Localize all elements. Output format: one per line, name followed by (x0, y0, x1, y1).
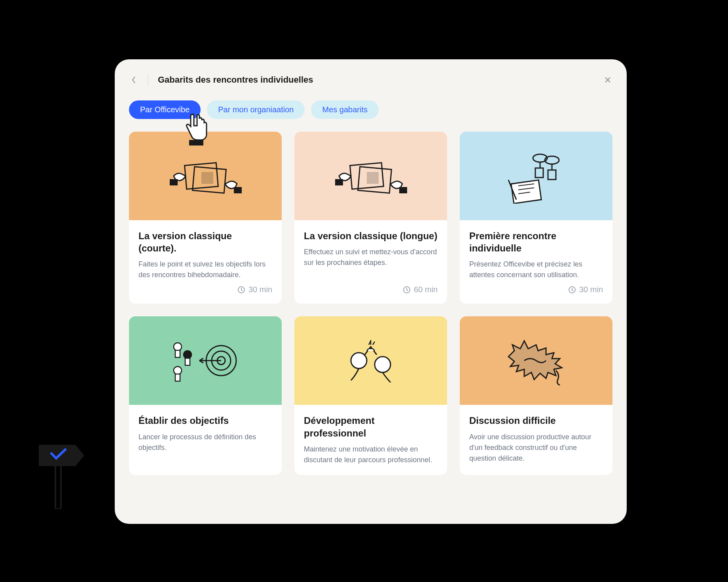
card-title: Discussion difficile (469, 414, 603, 427)
duration-text: 30 min (579, 285, 603, 294)
card-duration: 60 min (304, 285, 438, 294)
svg-point-33 (351, 353, 367, 368)
card-title: Développement professionnel (304, 414, 438, 439)
card-description: Avoir une discussion productive autour d… (469, 432, 603, 465)
close-button[interactable] (603, 75, 612, 85)
svg-rect-17 (511, 180, 541, 203)
svg-rect-26 (185, 358, 190, 365)
card-duration: 30 min (138, 285, 272, 294)
template-card[interactable]: Développement professionnel Maintenez un… (294, 316, 447, 474)
card-body: Établir des objectifs Lancer le processu… (129, 405, 282, 474)
svg-rect-28 (175, 374, 180, 381)
high-five-icon (331, 333, 410, 388)
svg-rect-11 (399, 187, 407, 193)
svg-rect-24 (175, 350, 180, 357)
filter-tabs: Par Officevibe Par mon organiaation Mes … (129, 100, 612, 119)
svg-rect-3 (201, 172, 213, 184)
target-people-icon (166, 333, 245, 388)
svg-rect-35 (55, 465, 61, 509)
card-description: Faites le point et suivez les objectifs … (138, 259, 272, 280)
modal-title: Gabarits des rencontres individuelles (158, 75, 593, 85)
svg-rect-5 (234, 187, 242, 193)
chevron-left-icon (131, 75, 136, 85)
svg-point-23 (174, 343, 182, 351)
signpost-icon (32, 438, 91, 509)
card-illustration (129, 132, 282, 220)
hands-papers-icon (166, 148, 245, 204)
tab-organization[interactable]: Par mon organiaation (207, 100, 305, 119)
speech-burst-icon (497, 333, 576, 388)
clock-icon (237, 286, 245, 294)
header-divider (148, 74, 148, 86)
card-title: La version classique (courte). (138, 230, 272, 254)
template-card[interactable]: La version classique (courte). Faites le… (129, 132, 282, 304)
clock-icon (403, 286, 411, 294)
card-illustration (460, 132, 612, 220)
card-illustration (129, 316, 282, 405)
svg-point-34 (375, 357, 391, 372)
modal-header: Gabarits des rencontres individuelles (129, 74, 612, 86)
tab-officevibe[interactable]: Par Officevibe (129, 100, 201, 119)
card-title: La version classique (longue) (304, 230, 438, 242)
card-title: Première rencontre individuelle (469, 230, 603, 254)
duration-text: 60 min (414, 285, 438, 294)
close-icon (604, 76, 612, 84)
templates-modal: Gabarits des rencontres individuelles Pa… (115, 59, 627, 524)
card-description: Présentez Officevibe et précisez les att… (469, 259, 603, 280)
template-card[interactable]: Établir des objectifs Lancer le processu… (129, 316, 282, 474)
svg-point-27 (174, 367, 182, 374)
card-title: Établir des objectifs (138, 414, 272, 427)
card-duration: 30 min (469, 285, 603, 294)
template-card[interactable]: Discussion difficile Avoir une discussio… (460, 316, 612, 474)
card-body: La version classique (longue) Effectuez … (294, 220, 447, 304)
svg-rect-15 (535, 168, 543, 178)
svg-rect-16 (548, 170, 556, 180)
card-description: Maintenez une motivation élevée en discu… (304, 444, 438, 465)
svg-rect-4 (170, 179, 178, 185)
meeting-setup-icon (497, 148, 576, 204)
duration-text: 30 min (248, 285, 272, 294)
card-body: Développement professionnel Maintenez un… (294, 405, 447, 474)
svg-rect-9 (367, 172, 379, 184)
hands-papers-icon (331, 148, 410, 204)
cards-grid: La version classique (courte). Faites le… (129, 132, 612, 475)
clock-icon (568, 286, 576, 294)
tab-my-templates[interactable]: Mes gabarits (311, 100, 379, 119)
svg-rect-10 (335, 179, 343, 185)
card-illustration (294, 132, 447, 220)
template-card[interactable]: La version classique (longue) Effectuez … (294, 132, 447, 304)
card-description: Lancer le processus de définition des ob… (138, 432, 272, 465)
template-card[interactable]: Première rencontre individuelle Présente… (460, 132, 612, 304)
back-button[interactable] (129, 75, 138, 85)
card-body: La version classique (courte). Faites le… (129, 220, 282, 304)
svg-point-25 (184, 351, 191, 359)
card-body: Discussion difficile Avoir une discussio… (460, 405, 612, 474)
card-illustration (460, 316, 612, 405)
card-illustration (294, 316, 447, 405)
card-description: Effectuez un suivi et mettez-vous d'acco… (304, 247, 438, 280)
card-body: Première rencontre individuelle Présente… (460, 220, 612, 304)
